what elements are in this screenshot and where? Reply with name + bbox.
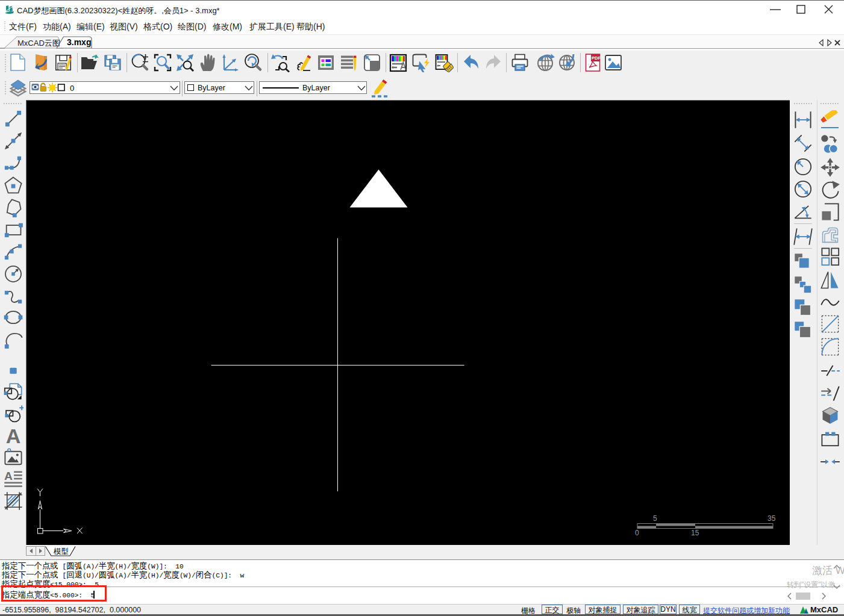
svg-text:35: 35 — [767, 514, 776, 523]
svg-text:15: 15 — [691, 529, 699, 537]
svg-text:0: 0 — [635, 529, 639, 537]
svg-text:A: A — [6, 426, 21, 446]
svg-text:5: 5 — [653, 514, 657, 523]
svg-text:PDF: PDF — [592, 55, 601, 61]
svg-text:A: A — [4, 470, 13, 482]
